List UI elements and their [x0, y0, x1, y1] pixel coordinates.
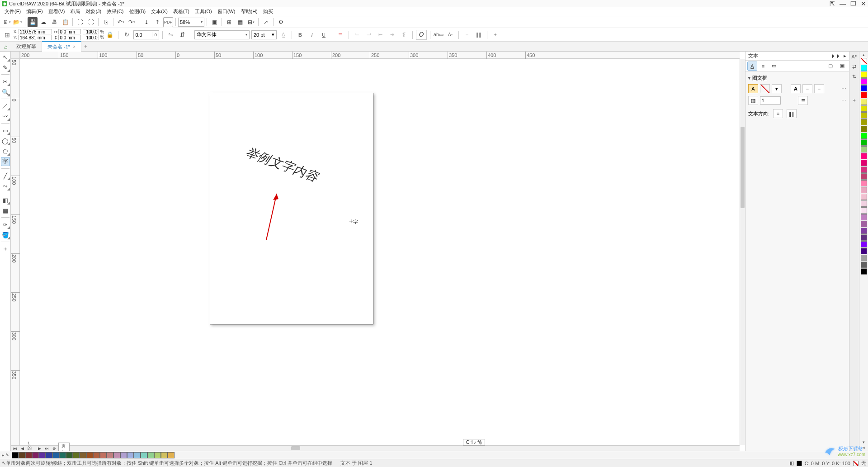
doc-color-swatch[interactable] [32, 452, 39, 458]
color-swatch[interactable] [861, 99, 867, 105]
export-icon[interactable]: ⤒ [152, 17, 162, 27]
width-field[interactable] [58, 29, 81, 34]
frame-style-2[interactable]: ▾ [772, 84, 782, 93]
color-swatch[interactable] [861, 268, 867, 275]
color-swatch[interactable] [861, 133, 867, 139]
menu-bitmap[interactable]: 位图(B) [127, 7, 149, 16]
home-icon[interactable]: ⌂ [2, 43, 10, 51]
color-swatch[interactable] [861, 248, 867, 254]
launch-icon[interactable]: ↗ [261, 17, 271, 27]
doc-color-swatch[interactable] [73, 452, 80, 458]
menu-object[interactable]: 对象(J) [83, 7, 104, 16]
frame-align-l-icon[interactable]: ≡ [802, 84, 812, 93]
dimension-tool-icon[interactable]: ╱ [1, 171, 10, 180]
pdf-export-icon[interactable]: PDF [163, 17, 173, 27]
color-swatch[interactable] [861, 65, 867, 71]
redo-link-icon[interactable]: ⛶ [86, 17, 96, 27]
save-icon[interactable]: 💾 [28, 17, 38, 27]
menu-help[interactable]: 帮助(H) [238, 7, 260, 16]
color-swatch[interactable] [861, 92, 867, 98]
color-swatch[interactable] [861, 119, 867, 125]
docker-menu-icon[interactable]: ⏵⏵ [831, 53, 841, 59]
outline-swatch-icon[interactable] [853, 461, 859, 466]
pos-x-field[interactable] [19, 29, 52, 34]
menu-window[interactable]: 窗口(W) [215, 7, 238, 16]
menu-buy[interactable]: 购买 [260, 7, 276, 16]
scrollbar-thumb[interactable] [291, 446, 300, 450]
first-page-icon[interactable]: ⏮ [12, 446, 19, 451]
ime-indicator[interactable]: CH ♪ 简 [463, 439, 485, 446]
connector-tool-icon[interactable]: ⤳ [1, 181, 10, 191]
menu-effect[interactable]: 效果(C) [104, 7, 126, 16]
text-dir-h-icon[interactable]: ≡ [462, 30, 472, 40]
zoom-level[interactable]: 58%▾ [178, 18, 204, 27]
doc-color-swatch[interactable] [93, 452, 100, 458]
increase-size-icon[interactable]: A̲ [278, 30, 288, 40]
char-tab-icon[interactable]: A [747, 62, 757, 71]
docker-close-icon[interactable]: ▸ [844, 53, 846, 59]
doc-color-swatch[interactable] [134, 452, 141, 458]
character-icon[interactable]: A◦ [445, 30, 455, 40]
color-swatch[interactable] [861, 85, 867, 91]
frame-align-r-icon[interactable]: ≡ [814, 84, 824, 93]
panel-add-icon[interactable]: ＋ [850, 96, 859, 104]
color-swatch[interactable] [861, 241, 867, 248]
eyedropper-tool-icon[interactable]: ✑ [1, 220, 10, 229]
color-swatch[interactable] [861, 139, 867, 146]
horizontal-scrollbar[interactable] [70, 445, 740, 451]
color-swatch[interactable] [861, 160, 867, 166]
doc-color-swatch[interactable] [25, 452, 32, 458]
pos-y-field[interactable] [18, 35, 52, 40]
indent-inc-icon[interactable]: ⇥ [387, 30, 397, 40]
close-icon[interactable]: ✕ [861, 0, 866, 7]
rectangle-tool-icon[interactable]: ▭ [1, 126, 10, 135]
color-swatch[interactable] [861, 146, 867, 152]
color-swatch[interactable] [861, 153, 867, 159]
text-tool-icon[interactable]: 字 [1, 157, 10, 166]
vertical-scrollbar[interactable] [740, 59, 745, 445]
scale-x-field[interactable] [83, 29, 99, 34]
ellipse-tool-icon[interactable]: ◯ [1, 136, 10, 145]
text-dir-v-icon[interactable]: ‖‖ [474, 30, 484, 40]
doc-color-swatch[interactable] [147, 452, 154, 458]
drop-cap-icon[interactable]: ❡ [399, 30, 409, 40]
menu-file[interactable]: 文件(F) [2, 7, 24, 16]
lock-ratio-icon[interactable]: 🔒 [105, 30, 115, 40]
copy-icon[interactable]: ⎘ [101, 17, 111, 27]
menu-edit[interactable]: 编辑(E) [24, 7, 46, 16]
doc-color-swatch[interactable] [80, 452, 86, 458]
transparency-tool-icon[interactable]: ▦ [1, 206, 10, 215]
para-tab-icon[interactable]: ≡ [758, 62, 768, 71]
add-tool-icon[interactable]: ＋ [1, 244, 10, 253]
color-swatch[interactable] [861, 167, 867, 173]
open-type-icon[interactable]: O [416, 30, 427, 40]
frame-effect-icon[interactable]: A [791, 84, 801, 93]
doc-color-swatch[interactable] [19, 452, 25, 458]
prev-page-icon[interactable]: ◀ [19, 446, 25, 451]
undo-link-icon[interactable]: ⛶ [75, 17, 85, 27]
rotation-angle[interactable]: o [133, 30, 159, 39]
dir-horizontal-icon[interactable]: ≡ [773, 109, 783, 118]
docker-opt2-icon[interactable]: ▣ [837, 62, 847, 71]
section-more-icon[interactable]: ⋯ [841, 98, 846, 104]
palette-up-icon[interactable]: ▴ [863, 52, 865, 58]
text-align-icon[interactable]: ≣ [335, 30, 345, 40]
add-tab-icon[interactable]: ＋ [81, 43, 90, 50]
last-page-icon[interactable]: ⏭ [43, 446, 50, 451]
artistic-media-icon[interactable]: 〰 [1, 112, 10, 121]
doc-color-swatch[interactable] [86, 452, 93, 458]
doc-color-swatch[interactable] [66, 452, 73, 458]
menu-text[interactable]: 文本(X) [148, 7, 170, 16]
scale-y-field[interactable] [83, 35, 99, 40]
color-swatch[interactable] [861, 126, 867, 132]
redo-icon[interactable]: ↷ [127, 17, 137, 27]
color-swatch[interactable] [861, 255, 867, 261]
undo-icon[interactable]: ↶ [116, 17, 126, 27]
dir-vertical-icon[interactable]: ‖‖ [787, 109, 797, 118]
font-size-select[interactable]: 20 pt▾ [251, 30, 277, 39]
columns-field[interactable] [760, 96, 781, 105]
indent-dec-icon[interactable]: ⇤ [376, 30, 386, 40]
pick-tool-icon[interactable]: ↖ [1, 52, 10, 62]
italic-icon[interactable]: I [307, 30, 317, 40]
color-swatch[interactable] [861, 221, 867, 227]
